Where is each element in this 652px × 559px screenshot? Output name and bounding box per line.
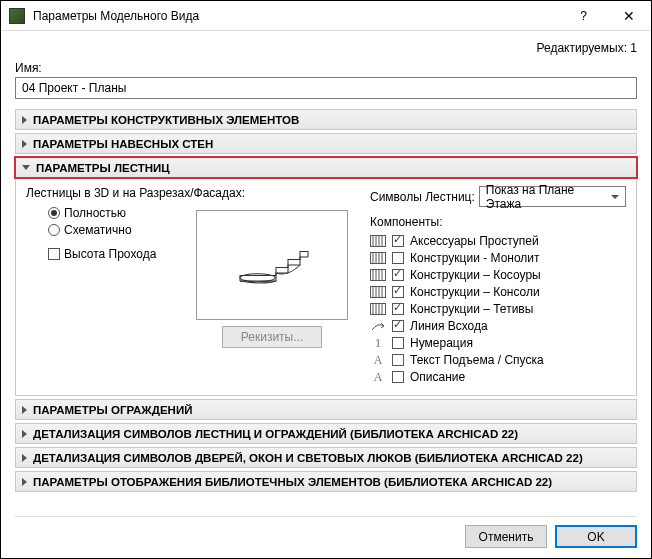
component-label: Текст Подъема / Спуска — [410, 353, 544, 367]
component-label: Линия Всхода — [410, 319, 488, 333]
component-type-icon: A — [370, 370, 386, 384]
panel-library-display[interactable]: ПАРАМЕТРЫ ОТОБРАЖЕНИЯ БИБЛИОТЕЧНЫХ ЭЛЕМЕ… — [15, 471, 637, 492]
stair-preview — [196, 210, 348, 320]
component-row: 1Нумерация — [370, 336, 626, 350]
component-checkbox[interactable] — [392, 235, 404, 247]
component-row: Конструкции – Консоли — [370, 285, 626, 299]
chevron-right-icon — [22, 478, 27, 486]
component-row: Конструкции - Монолит — [370, 251, 626, 265]
titlebar: Параметры Модельного Вида ? ✕ — [1, 1, 651, 31]
component-type-icon — [370, 234, 386, 248]
component-label: Конструкции – Тетивы — [410, 302, 533, 316]
component-label: Описание — [410, 370, 465, 384]
component-checkbox[interactable] — [392, 252, 404, 264]
requisites-button: Рекизиты... — [222, 326, 322, 348]
symbols-dropdown[interactable]: Показ на Плане Этажа — [479, 186, 626, 207]
component-label: Конструкции – Косоуры — [410, 268, 541, 282]
component-type-icon — [370, 285, 386, 299]
chevron-right-icon — [22, 454, 27, 462]
component-label: Нумерация — [410, 336, 473, 350]
component-row: Конструкции – Тетивы — [370, 302, 626, 316]
panel-railings[interactable]: ПАРАМЕТРЫ ОГРАЖДЕНИЙ — [15, 399, 637, 420]
component-row: AТекст Подъема / Спуска — [370, 353, 626, 367]
panel-stairs[interactable]: ПАРАМЕТРЫ ЛЕСТНИЦ — [15, 157, 637, 178]
component-label: Аксессуары Проступей — [410, 234, 539, 248]
panel-title: ПАРАМЕТРЫ НАВЕСНЫХ СТЕН — [33, 138, 213, 150]
component-type-icon — [370, 302, 386, 316]
radio-label: Полностью — [64, 206, 126, 220]
panel-curtain-walls[interactable]: ПАРАМЕТРЫ НАВЕСНЫХ СТЕН — [15, 133, 637, 154]
component-label: Конструкции - Монолит — [410, 251, 540, 265]
component-type-icon — [370, 319, 386, 333]
component-type-icon: 1 — [370, 336, 386, 350]
panel-title: ПАРАМЕТРЫ КОНСТРУКТИВНЫХ ЭЛЕМЕНТОВ — [33, 114, 299, 126]
panel-title: ПАРАМЕТРЫ ОГРАЖДЕНИЙ — [33, 404, 192, 416]
dialog-body: Редактируемых: 1 Имя: ПАРАМЕТРЫ КОНСТРУК… — [1, 31, 651, 558]
help-button[interactable]: ? — [561, 1, 606, 30]
component-type-icon — [370, 251, 386, 265]
component-checkbox[interactable] — [392, 371, 404, 383]
panel-title: ПАРАМЕТРЫ ОТОБРАЖЕНИЯ БИБЛИОТЕЧНЫХ ЭЛЕМЕ… — [33, 476, 552, 488]
stairs-3d-label: Лестницы в 3D и на Разрезах/Фасадах: — [26, 186, 358, 200]
components-label: Компоненты: — [370, 215, 626, 229]
panel-title: ПАРАМЕТРЫ ЛЕСТНИЦ — [36, 162, 170, 174]
checkbox-label: Высота Прохода — [64, 247, 156, 261]
component-checkbox[interactable] — [392, 354, 404, 366]
dropdown-value: Показ на Плане Этажа — [486, 183, 607, 211]
stairs-3d-section: Лестницы в 3D и на Разрезах/Фасадах: Пол… — [26, 186, 358, 387]
chevron-right-icon — [22, 406, 27, 414]
component-type-icon — [370, 268, 386, 282]
name-input[interactable] — [15, 77, 637, 99]
component-type-icon: A — [370, 353, 386, 367]
panel-title: ДЕТАЛИЗАЦИЯ СИМВОЛОВ ЛЕСТНИЦ И ОГРАЖДЕНИ… — [33, 428, 518, 440]
component-checkbox[interactable] — [392, 269, 404, 281]
panel-stairs-body: Лестницы в 3D и на Разрезах/Фасадах: Пол… — [15, 178, 637, 396]
panel-construct-elements[interactable]: ПАРАМЕТРЫ КОНСТРУКТИВНЫХ ЭЛЕМЕНТОВ — [15, 109, 637, 130]
radio-label: Схематично — [64, 223, 132, 237]
name-label: Имя: — [15, 61, 637, 75]
titlebar-buttons: ? ✕ — [561, 1, 651, 30]
stairs-symbols-section: Символы Лестниц: Показ на Плане Этажа Ко… — [370, 186, 626, 387]
component-row: Конструкции – Косоуры — [370, 268, 626, 282]
components-list: Аксессуары ПроступейКонструкции - Моноли… — [370, 234, 626, 384]
checkbox-icon — [48, 248, 60, 260]
component-row: Линия Всхода — [370, 319, 626, 333]
chevron-right-icon — [22, 116, 27, 124]
stair-preview-icon — [232, 235, 312, 295]
chevron-down-icon — [22, 165, 30, 170]
panels: ПАРАМЕТРЫ КОНСТРУКТИВНЫХ ЭЛЕМЕНТОВ ПАРАМ… — [15, 109, 637, 492]
component-label: Конструкции – Консоли — [410, 285, 540, 299]
component-row: AОписание — [370, 370, 626, 384]
radio-icon — [48, 207, 60, 219]
panel-title: ДЕТАЛИЗАЦИЯ СИМВОЛОВ ДВЕРЕЙ, ОКОН И СВЕТ… — [33, 452, 583, 464]
window-title: Параметры Модельного Вида — [33, 9, 561, 23]
dialog-footer: Отменить OK — [15, 516, 637, 548]
chevron-right-icon — [22, 140, 27, 148]
ok-button[interactable]: OK — [555, 525, 637, 548]
component-checkbox[interactable] — [392, 286, 404, 298]
chevron-right-icon — [22, 430, 27, 438]
symbols-label: Символы Лестниц: — [370, 190, 475, 204]
component-checkbox[interactable] — [392, 337, 404, 349]
cancel-button[interactable]: Отменить — [465, 525, 547, 548]
component-checkbox[interactable] — [392, 320, 404, 332]
dialog-window: Параметры Модельного Вида ? ✕ Редактируе… — [0, 0, 652, 559]
app-icon — [9, 8, 25, 24]
symbols-row: Символы Лестниц: Показ на Плане Этажа — [370, 186, 626, 207]
close-button[interactable]: ✕ — [606, 1, 651, 30]
panel-stair-rail-detail[interactable]: ДЕТАЛИЗАЦИЯ СИМВОЛОВ ЛЕСТНИЦ И ОГРАЖДЕНИ… — [15, 423, 637, 444]
component-checkbox[interactable] — [392, 303, 404, 315]
panel-door-window-detail[interactable]: ДЕТАЛИЗАЦИЯ СИМВОЛОВ ДВЕРЕЙ, ОКОН И СВЕТ… — [15, 447, 637, 468]
component-row: Аксессуары Проступей — [370, 234, 626, 248]
editable-count: Редактируемых: 1 — [15, 41, 637, 55]
radio-icon — [48, 224, 60, 236]
